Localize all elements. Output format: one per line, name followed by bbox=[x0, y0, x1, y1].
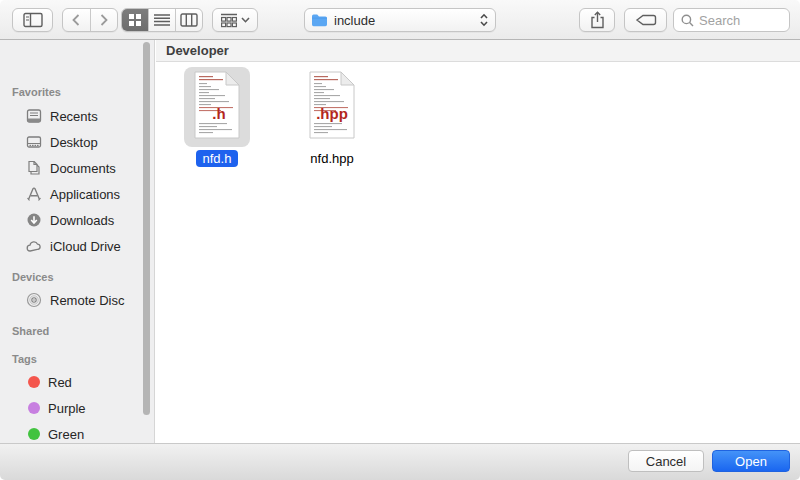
list-view-icon bbox=[154, 13, 170, 27]
sidebar-section-tags: Tags bbox=[12, 353, 37, 365]
forward-button[interactable] bbox=[90, 9, 118, 31]
file-icon-wrap: .hpp bbox=[292, 67, 372, 147]
sidebar-item-desktop[interactable]: Desktop bbox=[0, 131, 155, 153]
tag-color-dot bbox=[28, 402, 40, 414]
column-view-icon bbox=[180, 13, 198, 27]
share-icon bbox=[590, 11, 605, 29]
file-selection-highlight: .h bbox=[184, 67, 250, 147]
group-header: Developer bbox=[156, 40, 800, 62]
sidebar: Favorites Recents Desktop bbox=[0, 40, 155, 443]
sidebar-item-label: iCloud Drive bbox=[50, 239, 121, 254]
sidebar-section-devices: Devices bbox=[12, 271, 54, 283]
dialog-footer: Cancel Open bbox=[0, 443, 800, 480]
toolbar: include bbox=[0, 0, 800, 40]
column-view-button[interactable] bbox=[175, 9, 202, 31]
search-icon bbox=[681, 14, 694, 27]
chevron-updown-icon bbox=[479, 12, 489, 28]
sidebar-item-label: Red bbox=[48, 375, 72, 390]
sidebar-item-label: Remote Disc bbox=[50, 293, 124, 308]
desktop-icon bbox=[26, 134, 42, 150]
open-button[interactable]: Open bbox=[712, 450, 790, 472]
header-file-icon: .hpp bbox=[308, 71, 356, 139]
sidebar-item-icloud-drive[interactable]: iCloud Drive bbox=[0, 235, 155, 257]
header-file-icon: .h bbox=[193, 71, 241, 139]
applications-icon bbox=[26, 186, 42, 202]
history-nav-group bbox=[62, 8, 118, 32]
sidebar-item-applications[interactable]: Applications bbox=[0, 183, 155, 205]
file-name-label: nfd.hpp bbox=[303, 150, 360, 167]
location-popup-button[interactable]: include bbox=[304, 8, 496, 32]
documents-icon bbox=[26, 160, 42, 176]
share-button[interactable] bbox=[579, 8, 615, 32]
arrange-icon bbox=[221, 13, 237, 28]
sidebar-item-recents[interactable]: Recents bbox=[0, 105, 155, 127]
disc-icon bbox=[26, 292, 42, 308]
sidebar-item-downloads[interactable]: Downloads bbox=[0, 209, 155, 231]
search-input[interactable] bbox=[699, 13, 779, 28]
file-extension-label: .hpp bbox=[316, 105, 348, 122]
sidebar-item-label: Downloads bbox=[50, 213, 114, 228]
file-browser: Developer .h nfd.h .hpp nfd.hpp bbox=[156, 40, 800, 443]
sidebar-toggle-icon bbox=[23, 12, 43, 28]
sidebar-item-label: Purple bbox=[48, 401, 86, 416]
cancel-button[interactable]: Cancel bbox=[628, 450, 704, 472]
recents-icon bbox=[26, 108, 42, 124]
sidebar-item-tag-red[interactable]: Red bbox=[0, 371, 155, 393]
sidebar-item-label: Green bbox=[48, 427, 84, 442]
search-field[interactable] bbox=[673, 8, 790, 32]
chevron-down-icon bbox=[241, 17, 250, 23]
arrange-button[interactable] bbox=[212, 8, 258, 32]
icon-view-button[interactable] bbox=[122, 9, 148, 31]
file-item-nfd-hpp[interactable]: .hpp nfd.hpp bbox=[292, 67, 372, 167]
file-item-nfd-h[interactable]: .h nfd.h bbox=[184, 67, 250, 167]
list-view-button[interactable] bbox=[148, 9, 175, 31]
file-extension-label: .h bbox=[212, 105, 225, 122]
sidebar-item-documents[interactable]: Documents bbox=[0, 157, 155, 179]
tag-button[interactable] bbox=[624, 8, 667, 32]
view-mode-segmented-control bbox=[121, 8, 203, 32]
icloud-icon bbox=[26, 238, 42, 254]
back-button[interactable] bbox=[63, 9, 90, 31]
tag-icon bbox=[635, 13, 657, 27]
tag-color-dot bbox=[28, 376, 40, 388]
sidebar-item-label: Applications bbox=[50, 187, 120, 202]
sidebar-item-remote-disc[interactable]: Remote Disc bbox=[0, 289, 155, 311]
sidebar-item-label: Documents bbox=[50, 161, 116, 176]
sidebar-item-label: Desktop bbox=[50, 135, 98, 150]
group-header-label: Developer bbox=[166, 43, 229, 58]
back-icon bbox=[71, 13, 81, 27]
sidebar-item-tag-purple[interactable]: Purple bbox=[0, 397, 155, 419]
tag-color-dot bbox=[28, 428, 40, 440]
sidebar-scrollbar[interactable] bbox=[143, 42, 150, 415]
folder-icon bbox=[311, 13, 328, 27]
location-popup-value: include bbox=[334, 13, 479, 28]
grid-view-icon bbox=[128, 13, 142, 27]
open-file-dialog: include Favo bbox=[0, 0, 800, 480]
downloads-icon bbox=[26, 212, 42, 228]
sidebar-toggle-button[interactable] bbox=[12, 8, 53, 32]
sidebar-item-tag-green[interactable]: Green bbox=[0, 423, 155, 443]
sidebar-item-label: Recents bbox=[50, 109, 98, 124]
sidebar-section-favorites: Favorites bbox=[12, 86, 61, 98]
sidebar-section-shared: Shared bbox=[12, 325, 49, 337]
file-name-label: nfd.h bbox=[196, 150, 239, 167]
forward-icon bbox=[99, 13, 109, 27]
